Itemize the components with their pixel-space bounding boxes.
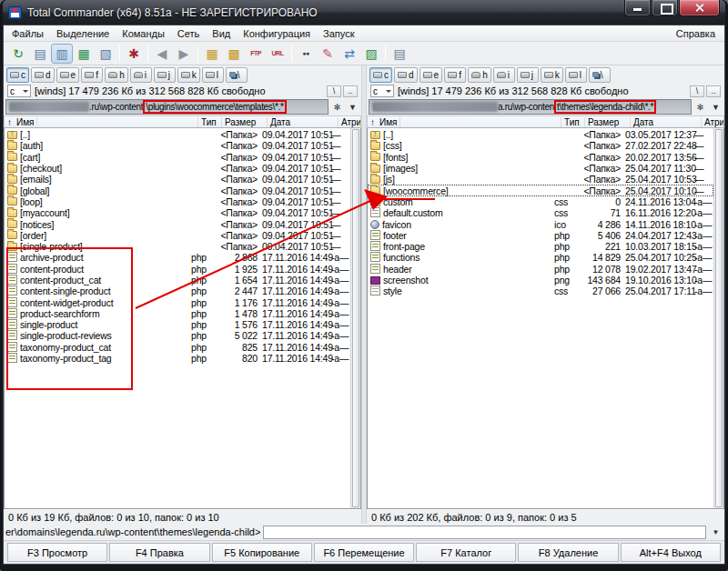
- right-col-attr[interactable]: Атрибуты: [702, 117, 723, 127]
- menu-item-конфигурация[interactable]: Конфигурация: [237, 27, 317, 40]
- toolbar-button-new-item[interactable]: ✱: [123, 44, 145, 64]
- function-key-button-f4-правка[interactable]: F4 Правка: [109, 543, 209, 562]
- drive-button-c[interactable]: c: [6, 67, 29, 83]
- toolbar-button-brief-view[interactable]: ▤: [29, 44, 51, 64]
- file-row-front-page[interactable]: front-pagephp22110.03.2017 18:15-a—: [368, 241, 713, 252]
- file-row-default-custom[interactable]: default.customcss7116.11.2016 12:20-a—: [368, 207, 713, 218]
- file-row-taxonomy-product-cat[interactable]: taxonomy-product_catphp82517.11.2016 14:…: [5, 342, 350, 353]
- drive-button-network[interactable]: \: [226, 67, 248, 83]
- drive-button-c[interactable]: c: [369, 67, 392, 83]
- drive-button-l[interactable]: l: [565, 67, 587, 83]
- right-drive-select[interactable]: c: [370, 85, 394, 97]
- toolbar-button-compare[interactable]: ▨: [360, 44, 382, 64]
- left-up-button[interactable]: ..: [343, 85, 358, 97]
- toolbar-button-notepad[interactable]: ▤: [389, 44, 410, 64]
- menu-item-файлы[interactable]: Файлы: [5, 27, 50, 40]
- drive-button-l[interactable]: l: [202, 67, 224, 83]
- maximize-button[interactable]: [652, 0, 678, 16]
- file-row-product-searchform[interactable]: product-searchformphp1 47817.11.2016 14:…: [5, 308, 350, 319]
- file-row-cart[interactable]: [cart]<Папка>09.04.2017 10:51—: [5, 152, 350, 163]
- drive-button-j[interactable]: j: [154, 67, 176, 83]
- drive-button-d[interactable]: d: [31, 67, 55, 83]
- left-path-bar[interactable]: .ru\wp-content\plugins\woocommerce\templ…: [4, 98, 361, 115]
- file-row-custom[interactable]: customcss024.11.2016 13:04-a—: [368, 196, 713, 207]
- file-row-single-product[interactable]: single-productphp1 57617.11.2016 14:49-a…: [5, 319, 350, 330]
- left-col-date[interactable]: Дата: [268, 117, 339, 127]
- file-row-single-product-reviews[interactable]: single-product-reviewsphp5 02217.11.2016…: [5, 330, 350, 341]
- toolbar-button-thumbnails-view[interactable]: ▦: [73, 44, 95, 64]
- function-key-button-f3-просмотр[interactable]: F3 Просмотр: [7, 543, 107, 562]
- function-key-button-f8-удаление[interactable]: F8 Удаление: [518, 543, 618, 562]
- right-history-button[interactable]: ▼: [709, 100, 723, 114]
- toolbar-button-tree-view[interactable]: ▧: [95, 44, 116, 64]
- file-row-content-single-product[interactable]: content-single-productphp2 44717.11.2016…: [5, 286, 350, 296]
- file-row-woocommerce[interactable]: [woocommerce]<Папка>25.04.2017 10:10—: [368, 185, 713, 195]
- right-favorites-button[interactable]: ✻: [693, 100, 707, 114]
- drive-button-i[interactable]: i: [130, 67, 152, 83]
- file-row-emails[interactable]: [emails]<Папка>09.04.2017 10:51—: [5, 174, 350, 185]
- drive-button-k[interactable]: k: [177, 67, 200, 83]
- left-col-name[interactable]: ↑Имя: [5, 117, 198, 127]
- file-row-footer[interactable]: footerphp5 40624.04.2017 12:43-a—: [368, 230, 713, 241]
- left-col-size[interactable]: Размер: [222, 117, 268, 127]
- toolbar-button-ftp-url[interactable]: URL: [267, 44, 288, 64]
- title-bar[interactable]: Total Commander (x64) 8.51a - НЕ ЗАРЕГИС…: [3, 0, 725, 25]
- file-row-myaccount[interactable]: [myaccount]<Папка>09.04.2017 10:51—: [5, 207, 350, 218]
- file-row-archive-product[interactable]: archive-productphp2 86817.11.2016 14:49-…: [5, 252, 350, 263]
- menu-item-выделение[interactable]: Выделение: [50, 27, 116, 40]
- close-button[interactable]: [679, 0, 720, 16]
- command-history-dropdown[interactable]: ▼: [709, 526, 723, 539]
- toolbar-button-unpack[interactable]: ▩: [223, 44, 245, 64]
- minimize-button[interactable]: [624, 0, 651, 16]
- menu-item-help[interactable]: Справка: [669, 27, 723, 40]
- drive-button-f[interactable]: f: [81, 67, 103, 83]
- menu-item-вид[interactable]: Вид: [206, 27, 237, 40]
- right-col-type[interactable]: Тип: [561, 117, 585, 127]
- toolbar-button-forward[interactable]: ▶: [173, 44, 195, 64]
- file-row-content-widget-product[interactable]: content-widget-productphp1 17617.11.2016…: [5, 296, 350, 307]
- drive-button-e[interactable]: e: [56, 67, 80, 83]
- drive-button-f[interactable]: f: [444, 67, 466, 83]
- drive-button-network[interactable]: \: [589, 67, 611, 83]
- file-row-[interactable]: [..]<Папка>03.05.2017 12:37—: [368, 129, 713, 140]
- file-row-images[interactable]: [images]<Папка>25.04.2017 11:30—: [368, 163, 713, 174]
- function-key-button-alt-f4-выход[interactable]: Alt+F4 Выход: [621, 543, 721, 562]
- file-row-functions[interactable]: functionsphp14 82925.04.2017 10:25-a—: [368, 252, 713, 263]
- toolbar-button-search[interactable]: ●●: [295, 44, 317, 64]
- left-root-button[interactable]: \: [327, 85, 341, 97]
- right-col-size[interactable]: Размер: [585, 117, 631, 127]
- toolbar-button-pack[interactable]: ▦: [201, 44, 223, 64]
- left-col-type[interactable]: Тип: [198, 117, 222, 127]
- toolbar-button-multi-rename[interactable]: ✎: [317, 44, 339, 64]
- menu-item-запуск[interactable]: Запуск: [317, 27, 360, 40]
- function-key-button-f5-копирование[interactable]: F5 Копирование: [212, 543, 312, 562]
- file-row-checkout[interactable]: [checkout]<Папка>09.04.2017 10:51—: [5, 163, 350, 174]
- drive-button-h[interactable]: h: [105, 67, 128, 83]
- left-favorites-button[interactable]: ✻: [330, 100, 344, 114]
- file-row-js[interactable]: [js]<Папка>25.04.2017 10:53—: [368, 174, 713, 185]
- menu-item-команды[interactable]: Команды: [116, 27, 171, 40]
- file-row-screenshot[interactable]: screenshotpng143 68419.10.2016 13:10-a—: [368, 275, 713, 286]
- function-key-button-f7-каталог[interactable]: F7 Каталог: [416, 543, 516, 562]
- function-key-button-f6-перемещение[interactable]: F6 Перемещение: [314, 543, 414, 562]
- right-scrollbar[interactable]: [713, 128, 723, 508]
- file-row-taxonomy-product-tag[interactable]: taxonomy-product_tagphp82017.11.2016 14:…: [5, 353, 350, 364]
- file-row-order[interactable]: [order]<Папка>09.04.2017 10:51—: [5, 230, 350, 241]
- toolbar-button-back[interactable]: ◀: [151, 44, 173, 64]
- drive-button-e[interactable]: e: [420, 67, 443, 83]
- file-row-css[interactable]: [css]<Папка>27.02.2017 22:48—: [368, 140, 713, 151]
- file-row-fonts[interactable]: [fonts]<Папка>20.02.2017 13:56—: [368, 152, 713, 163]
- right-up-button[interactable]: ..: [706, 85, 721, 97]
- file-row-[interactable]: [..]<Папка>09.04.2017 10:51—: [5, 129, 350, 140]
- file-row-loop[interactable]: [loop]<Папка>09.04.2017 10:51—: [5, 196, 350, 207]
- file-row-content-product[interactable]: content-productphp1 92517.11.2016 14:49-…: [5, 264, 350, 275]
- toolbar-button-full-view[interactable]: ▥: [51, 44, 73, 64]
- right-path-bar[interactable]: a.ru\wp-content\themes\legenda-child\*.*…: [367, 98, 724, 115]
- left-col-attr[interactable]: Атрибуты: [339, 117, 360, 127]
- file-row-favicon[interactable]: faviconico4 28614.11.2016 18:10-a—: [368, 218, 713, 229]
- toolbar-button-refresh[interactable]: ↻: [7, 44, 29, 64]
- menu-item-сеть[interactable]: Сеть: [171, 27, 206, 40]
- drive-button-i[interactable]: i: [493, 67, 515, 83]
- file-row-content-product-cat[interactable]: content-product_catphp1 65417.11.2016 14…: [5, 275, 350, 286]
- file-row-auth[interactable]: [auth]<Папка>09.04.2017 10:51—: [5, 140, 350, 151]
